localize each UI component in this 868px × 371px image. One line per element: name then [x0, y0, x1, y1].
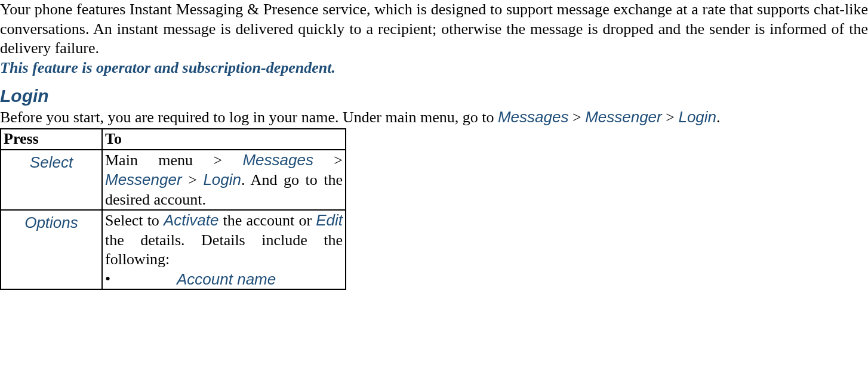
r1-sep1: > — [313, 152, 343, 169]
bullet-account-name: Account name — [177, 270, 276, 289]
press-select: Select — [30, 153, 73, 171]
nav-sep-1: > — [568, 109, 585, 126]
section-heading-login: Login — [0, 85, 868, 107]
r2-mid1: the account or — [218, 212, 316, 229]
nav-sep-2: > — [662, 109, 679, 126]
nav-path-login: Login — [678, 108, 716, 126]
r2-kw-activate: Activate — [164, 211, 219, 229]
bullet-line: • Account name — [105, 270, 343, 289]
press-to-table: Press To Select Main menu > Messages > M… — [0, 128, 346, 290]
r2-mid2: the details. Details include the followi… — [105, 231, 343, 268]
login-instructions: Before you start, you are required to lo… — [0, 107, 868, 128]
nav-path-messages: Messages — [498, 108, 569, 126]
r2-kw-edit: Edit — [316, 211, 343, 229]
table-row: Options Select to Activate the account o… — [1, 210, 346, 289]
r1-kw-messages: Messages — [242, 151, 313, 169]
table-head-to: To — [102, 129, 346, 150]
table-row: Select Main menu > Messages > Messenger … — [1, 150, 346, 211]
nav-period: . — [716, 109, 721, 126]
login-pretext: Before you start, you are required to lo… — [0, 109, 498, 126]
table-head-press: Press — [1, 129, 102, 150]
r1-kw-login: Login — [203, 171, 241, 188]
nav-path-messenger: Messenger — [585, 108, 662, 126]
to-cell-select: Main menu > Messages > Messenger > Login… — [102, 150, 346, 211]
intro-paragraph: Your phone features Instant Messaging & … — [0, 0, 868, 58]
dependency-note: This feature is operator and subscriptio… — [0, 58, 868, 78]
r1-sep2: > — [182, 171, 204, 188]
press-options: Options — [24, 214, 78, 231]
table-header-row: Press To — [1, 129, 346, 150]
to-cell-options: Select to Activate the account or Edit t… — [102, 210, 346, 289]
r1-kw-messenger: Messenger — [105, 171, 182, 188]
bullet-mark: • — [105, 270, 177, 289]
r2-prefix: Select to — [105, 212, 164, 229]
r1-prefix: Main menu > — [105, 152, 242, 169]
